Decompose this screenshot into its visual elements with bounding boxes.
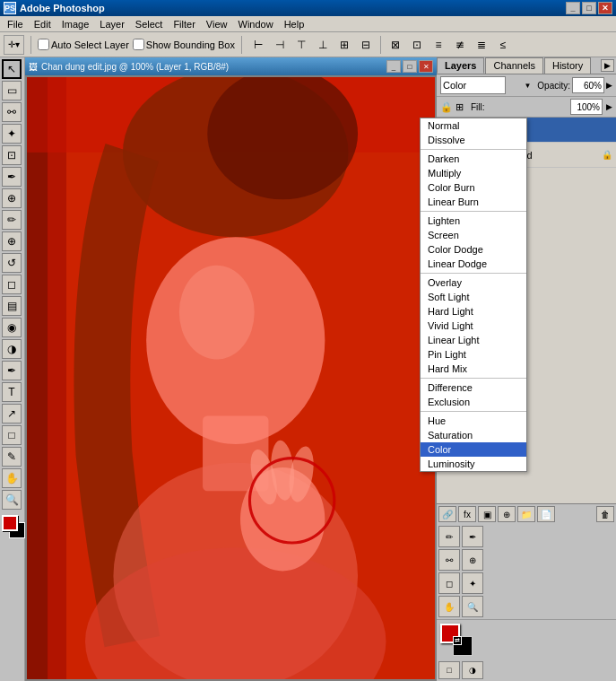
- doc-close-btn[interactable]: ✕: [419, 60, 433, 73]
- menu-file[interactable]: File: [2, 17, 29, 31]
- tool-erase-mini[interactable]: ◻: [438, 572, 460, 594]
- fill-input[interactable]: [570, 99, 603, 115]
- blend-item-multiply[interactable]: Multiply: [421, 166, 526, 180]
- tool-move[interactable]: ↖: [2, 59, 22, 79]
- distribute-left-icon[interactable]: ⊠: [386, 35, 405, 55]
- tool-zoom[interactable]: 🔍: [2, 490, 22, 510]
- menu-window[interactable]: Window: [233, 17, 279, 31]
- blend-item-hue[interactable]: Hue: [421, 414, 526, 428]
- opacity-arrow[interactable]: ▶: [606, 81, 612, 90]
- tab-channels[interactable]: Channels: [485, 57, 542, 74]
- auto-select-checkbox[interactable]: [38, 39, 49, 50]
- maximize-button[interactable]: □: [582, 2, 596, 14]
- tool-select-rect[interactable]: ▭: [2, 81, 22, 100]
- menu-image[interactable]: Image: [56, 17, 95, 31]
- blend-item-pin-light[interactable]: Pin Light: [421, 347, 526, 362]
- blend-item-color-burn[interactable]: Color Burn: [421, 180, 526, 195]
- layer-adjustment-btn[interactable]: ⊕: [498, 506, 516, 522]
- tool-eyedropper[interactable]: ✒: [2, 167, 22, 187]
- blend-item-lighten[interactable]: Lighten: [421, 214, 526, 228]
- menu-edit[interactable]: Edit: [29, 17, 56, 31]
- blend-item-color-dodge[interactable]: Color Dodge: [421, 242, 526, 257]
- blend-item-normal[interactable]: Normal: [421, 118, 526, 133]
- tool-brush-mini[interactable]: ✏: [438, 526, 460, 547]
- tool-hand[interactable]: ✋: [2, 468, 22, 488]
- distribute-bottom-icon[interactable]: ≤: [493, 35, 513, 55]
- blend-item-darken[interactable]: Darken: [421, 152, 526, 166]
- align-center-h-icon[interactable]: ⊣: [270, 35, 290, 55]
- tool-history-brush[interactable]: ↺: [2, 253, 22, 273]
- tool-notes[interactable]: ✎: [2, 447, 22, 467]
- tool-crop[interactable]: ⊡: [2, 145, 22, 165]
- layer-group-btn[interactable]: 📁: [517, 506, 535, 522]
- tool-dodge[interactable]: ◑: [2, 339, 22, 359]
- foreground-color-swatch[interactable]: [2, 515, 18, 531]
- menu-layer[interactable]: Layer: [94, 17, 130, 31]
- blend-item-linear-light[interactable]: Linear Light: [421, 333, 526, 347]
- panel-menu-btn[interactable]: ▶: [601, 59, 614, 72]
- blend-item-overlay[interactable]: Overlay: [421, 275, 526, 290]
- blend-mode-select[interactable]: Normal Dissolve Darken Multiply Color Bu…: [440, 76, 506, 94]
- align-right-icon[interactable]: ⊤: [291, 35, 311, 55]
- bounding-box-checkbox[interactable]: [133, 39, 144, 50]
- menu-view[interactable]: View: [201, 17, 233, 31]
- minimize-button[interactable]: _: [566, 2, 580, 14]
- align-bottom-icon[interactable]: ⊟: [356, 35, 376, 55]
- blend-item-linear-dodge[interactable]: Linear Dodge: [421, 257, 526, 271]
- blend-item-luminosity[interactable]: Luminosity: [421, 457, 526, 471]
- align-center-v-icon[interactable]: ⊞: [334, 35, 354, 55]
- move-tool-button[interactable]: ✛▾: [4, 35, 24, 55]
- layer-fx-btn[interactable]: fx: [458, 506, 476, 522]
- tab-layers[interactable]: Layers: [437, 57, 484, 74]
- canvas-image[interactable]: [27, 77, 435, 679]
- blend-item-difference[interactable]: Difference: [421, 380, 526, 395]
- tool-gradient[interactable]: ▤: [2, 296, 22, 316]
- layer-new-btn[interactable]: 📄: [537, 506, 555, 522]
- tool-pen-mini[interactable]: ✒: [462, 526, 483, 547]
- distribute-center-h-icon[interactable]: ⊡: [407, 35, 427, 55]
- blend-item-hard-light[interactable]: Hard Light: [421, 304, 526, 319]
- tool-zoom-mini[interactable]: 🔍: [462, 596, 483, 617]
- blend-item-saturation[interactable]: Saturation: [421, 428, 526, 442]
- distribute-right-icon[interactable]: ≡: [429, 35, 448, 55]
- align-left-icon[interactable]: ⊢: [248, 35, 268, 55]
- fill-arrow[interactable]: ▶: [606, 102, 612, 111]
- blend-item-screen[interactable]: Screen: [421, 228, 526, 242]
- menu-filter[interactable]: Filter: [168, 17, 200, 31]
- quick-mask-btn[interactable]: ◑: [462, 661, 483, 679]
- layer-mask-btn[interactable]: ▣: [478, 506, 496, 522]
- opacity-input[interactable]: [572, 77, 604, 93]
- tool-clone[interactable]: ⊕: [2, 231, 22, 251]
- tool-blur[interactable]: ◉: [2, 318, 22, 337]
- doc-maximize-btn[interactable]: □: [403, 60, 417, 73]
- tool-text[interactable]: T: [2, 382, 22, 402]
- tool-lasso-mini[interactable]: ⚯: [438, 549, 460, 571]
- blend-item-color[interactable]: Color: [421, 442, 526, 457]
- align-top-icon[interactable]: ⊥: [313, 35, 333, 55]
- tool-magic-mini[interactable]: ✦: [462, 572, 483, 594]
- tool-lasso[interactable]: ⚯: [2, 102, 22, 122]
- doc-minimize-btn[interactable]: _: [386, 60, 401, 73]
- blend-item-soft-light[interactable]: Soft Light: [421, 290, 526, 304]
- tool-stamp-mini[interactable]: ⊕: [462, 549, 483, 571]
- tool-magic-wand[interactable]: ✦: [2, 124, 22, 144]
- menu-select[interactable]: Select: [130, 17, 169, 31]
- tool-shape[interactable]: □: [2, 425, 22, 445]
- tool-pen[interactable]: ✒: [2, 361, 22, 380]
- tool-heal[interactable]: ⊕: [2, 188, 22, 208]
- tab-history[interactable]: History: [544, 57, 591, 74]
- blend-item-exclusion[interactable]: Exclusion: [421, 395, 526, 409]
- distribute-top-icon[interactable]: ≢: [450, 35, 470, 55]
- layer-delete-btn[interactable]: 🗑: [596, 506, 614, 522]
- menu-help[interactable]: Help: [279, 17, 310, 31]
- blend-item-linear-burn[interactable]: Linear Burn: [421, 195, 526, 209]
- blend-item-dissolve[interactable]: Dissolve: [421, 133, 526, 147]
- close-button[interactable]: ✕: [598, 2, 612, 14]
- layer-link-btn[interactable]: 🔗: [438, 506, 456, 522]
- blend-item-hard-mix[interactable]: Hard Mix: [421, 362, 526, 376]
- blend-item-vivid-light[interactable]: Vivid Light: [421, 319, 526, 333]
- distribute-center-v-icon[interactable]: ≣: [472, 35, 491, 55]
- tool-hand-mini[interactable]: ✋: [438, 596, 460, 617]
- standard-mode-btn[interactable]: □: [438, 661, 460, 679]
- tool-brush[interactable]: ✏: [2, 210, 22, 230]
